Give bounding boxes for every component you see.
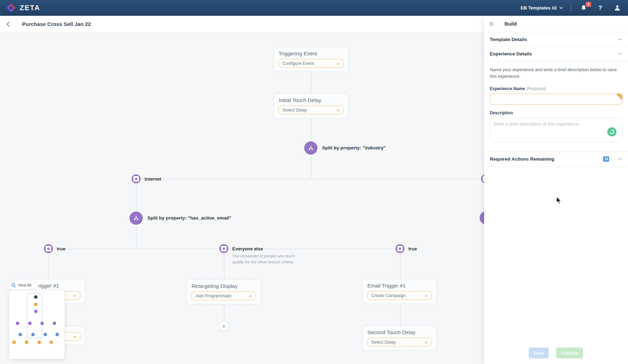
branch-node-everyone-else[interactable]: ✱	[218, 243, 229, 254]
node-retargeting-display[interactable]: Retargeting Display Add Programmatic ▲	[187, 279, 261, 304]
action-label: Select Delay	[282, 108, 307, 113]
brand[interactable]: ZETA	[6, 3, 40, 13]
add-programmatic-button[interactable]: Add Programmatic ▲	[192, 291, 256, 300]
action-label: Select Delay	[371, 340, 396, 345]
navbar-divider	[571, 4, 571, 12]
user-menu-button[interactable]	[613, 4, 622, 13]
connector-line	[311, 156, 312, 178]
branch-asterisk-icon: ✱	[46, 246, 51, 251]
workspace-name: EB Templates #2	[521, 5, 557, 11]
create-campaign-button[interactable]: Create Campaign ▲	[367, 291, 432, 300]
user-icon	[614, 5, 621, 11]
branch-label-true-left: true	[57, 246, 66, 251]
zeta-logo-icon	[6, 3, 16, 13]
magnifier-icon	[11, 283, 16, 288]
minimap-dot	[25, 341, 28, 344]
split-label-industry: Split by property: "industry"	[322, 145, 386, 150]
minimap-dot	[12, 341, 16, 344]
chevron-up-icon	[618, 38, 622, 41]
node-email-trigger-1[interactable]: Email Trigger #1 Create Campaign ▲	[362, 279, 437, 304]
panel-footer: Save Activate	[484, 342, 628, 364]
view-all-button[interactable]: View All	[8, 281, 35, 289]
minimap-dot	[19, 333, 22, 336]
connector-line	[400, 302, 401, 326]
description-label: Description	[490, 110, 622, 115]
select-delay-button[interactable]: Select Delay ▲	[279, 106, 344, 114]
split-node-has-active-email[interactable]	[128, 210, 144, 226]
split-arrows-icon	[307, 144, 315, 152]
build-panel: Build Template Details Experience Detail…	[484, 16, 628, 364]
intro-text: Name your experience and write a brief d…	[490, 67, 622, 80]
chevron-up-icon	[618, 158, 622, 161]
action-label: Configure Event	[282, 61, 314, 66]
experience-name-label: Experience Name (Required)	[490, 86, 622, 91]
panel-title: Build	[505, 21, 517, 27]
notification-badge: 3	[586, 2, 591, 7]
minimap-dot	[53, 322, 56, 325]
connector-line	[311, 116, 312, 141]
required-actions-section[interactable]: Required Actions Remaining 18	[484, 151, 628, 167]
description-textarea[interactable]	[490, 118, 622, 142]
close-icon	[489, 21, 494, 26]
chevron-left-icon	[6, 21, 10, 27]
select-delay-button[interactable]: Select Delay ▲	[367, 338, 432, 346]
node-title: Triggering Event	[279, 50, 344, 56]
question-mark-icon: ?	[599, 5, 602, 12]
branch-asterisk-icon: ✱	[133, 176, 139, 182]
experience-name-input[interactable]	[490, 94, 622, 105]
required-corner-flag-icon	[616, 94, 622, 100]
connector-line	[136, 178, 487, 179]
node-title: Initial Touch Delay	[279, 97, 344, 103]
warning-icon: ▲	[73, 335, 76, 338]
branch-description: The remainder of people who don't qualif…	[232, 253, 295, 265]
split-label-has-active-email: Split by property: "has_active_email"	[147, 215, 231, 221]
node-title: Second Touch Delay	[367, 329, 432, 335]
branch-label-everyone-else: Everyone else	[232, 246, 263, 251]
top-navbar: ZETA EB Templates #2 3 ?	[0, 0, 628, 16]
section-template-details[interactable]: Template Details	[484, 32, 628, 47]
branch-node-internet[interactable]: ✱	[131, 173, 142, 184]
required-actions-count-badge: 18	[603, 156, 609, 162]
node-initial-touch-delay[interactable]: Initial Touch Delay Select Delay ▲	[274, 93, 349, 119]
node-second-touch-delay[interactable]: Second Touch Delay Select Delay ▲	[362, 325, 437, 351]
save-button[interactable]: Save	[529, 348, 549, 358]
branch-label-true-right: true	[408, 246, 417, 251]
panel-header: Build	[484, 16, 628, 32]
app-window: ZETA EB Templates #2 3 ?	[0, 0, 628, 364]
help-button[interactable]: ?	[596, 4, 605, 13]
warning-icon: ▲	[424, 294, 428, 297]
branch-node-true-left[interactable]: ✱	[43, 243, 54, 254]
back-button[interactable]	[0, 16, 16, 33]
warning-icon: ▲	[248, 294, 252, 298]
branch-asterisk-icon: ✱	[221, 246, 227, 251]
connector-line	[136, 225, 137, 249]
node-triggering-event[interactable]: Triggering Event Configure Event ▲	[274, 47, 349, 72]
minimap-dot	[38, 341, 41, 344]
minimap-viewport[interactable]	[27, 294, 42, 338]
minimap[interactable]	[9, 290, 65, 359]
view-all-label: View All	[18, 283, 31, 287]
close-panel-button[interactable]	[484, 16, 499, 32]
add-step-button[interactable]: +	[219, 321, 229, 331]
section-label: Experience Details	[490, 51, 532, 56]
branch-asterisk-icon: ✱	[397, 246, 403, 251]
exclamation-icon: !	[620, 94, 621, 97]
page-title: Purchase Cross Sell Jan 22	[22, 21, 91, 27]
configure-event-button[interactable]: Configure Event ▲	[279, 59, 344, 68]
split-node-industry[interactable]	[303, 140, 319, 156]
branch-node-true-right[interactable]: ✱	[394, 243, 406, 254]
split-arrows-icon	[132, 214, 140, 222]
warning-icon: ▲	[336, 108, 340, 112]
experience-details-body: Name your experience and write a brief d…	[484, 61, 628, 144]
action-label: Create Campaign	[371, 293, 406, 298]
warning-icon: ▲	[336, 61, 340, 65]
connector-line	[224, 303, 225, 321]
notifications-button[interactable]: 3	[579, 4, 588, 13]
chevron-down-icon	[618, 52, 622, 55]
action-label: Add Programmatic	[195, 294, 232, 298]
activate-button[interactable]: Activate	[556, 348, 583, 358]
workspace-switcher[interactable]: EB Templates #2	[521, 5, 563, 11]
label-text: Experience Name	[490, 86, 525, 91]
section-experience-details[interactable]: Experience Details	[484, 47, 628, 61]
required-actions-label: Required Actions Remaining	[490, 156, 603, 162]
